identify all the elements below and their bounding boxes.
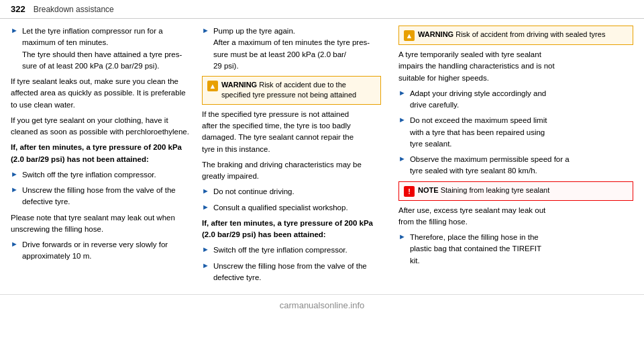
bullet-item-4: ► Drive forwards or in reverse very slow… [11,239,190,263]
warning-text-r1: WARNING Risk of accident from driving wi… [418,30,605,40]
para-m2: The braking and driving characteristics … [202,159,381,183]
bullet-text-2: Switch off the tyre inflation compressor… [22,169,156,181]
warning-icon-m1: ▲ [207,81,218,91]
arrow-icon-3: ► [11,185,18,193]
note-text-r1: NOTE Staining from leaking tyre sealant [418,185,549,195]
bullet-item-3: ► Unscrew the filling hose from the valv… [11,185,190,208]
bullet-item-1: ► Let the tyre inflation compressor run … [11,26,190,72]
bullet-item-m2: ► Do not continue driving. [202,186,381,197]
page-number: 322 [11,4,25,14]
bullet-text-r4: Therefore, place the filling hose in the… [410,232,541,267]
bullet-text-m4: Switch off the tyre inflation compressor… [213,244,347,256]
bullet-item-m1: ► Pump up the tyre again. After a maximu… [202,26,381,72]
bullet-text-4: Drive forwards or in reverse very slowly… [22,239,168,263]
para-r-note-body: After use, excess tyre sealant may leak … [398,205,633,228]
page-title: Breakdown assistance [34,5,114,14]
note-box-r1: ! NOTE Staining from leaking tyre sealan… [398,181,633,201]
bold-heading-left: If, after ten minutes, a tyre pressure o… [11,142,190,165]
arrow-icon-r2: ► [398,116,406,124]
bullet-item-m4: ► Switch off the tyre inflation compress… [202,244,381,256]
bullet-text-m1: Pump up the tyre again. After a maximum … [213,26,370,72]
note-icon-r1: ! [404,186,415,197]
arrow-icon-r3: ► [398,154,406,163]
bullet-item-m5: ► Unscrew the filling hose from the valv… [202,261,381,284]
para-clothing: If you get tyre sealant on your clothing… [11,115,190,138]
bold-heading-middle: If, after ten minutes, a tyre pressure o… [202,218,381,241]
warning-box-m1: ▲ WARNING Risk of accident due to the sp… [202,76,381,105]
arrow-icon-2: ► [11,170,18,178]
col-middle: ► Pump up the tyre again. After a maximu… [202,26,393,287]
arrow-icon-m2: ► [202,187,209,195]
bullet-text-1: Let the tyre inflation compressor run fo… [22,26,182,72]
arrow-icon-1: ► [11,26,18,34]
arrow-icon-r1: ► [398,89,406,97]
warning-text-m1: WARNING Risk of accident due to the spec… [221,80,376,101]
bullet-item-r4: ► Therefore, place the filling hose in t… [398,232,633,267]
col-left: ► Let the tyre inflation compressor run … [11,26,202,287]
arrow-icon-r4: ► [398,232,406,240]
bullet-text-r2: Do not exceed the maximum speed limit wi… [410,115,547,150]
warning-box-r1: ▲ WARNING Risk of accident from driving … [398,26,633,45]
bullet-text-m3: Consult a qualified specialist workshop. [213,202,348,214]
arrow-icon-m1: ► [202,26,209,34]
bullet-text-3: Unscrew the filling hose from the valve … [22,185,190,208]
para-sealant-clean: If tyre sealant leaks out, make sure you… [11,76,190,111]
arrow-icon-m4: ► [202,245,209,253]
bullet-item-r1: ► Adapt your driving style accordingly a… [398,88,633,111]
content-area: ► Let the tyre inflation compressor run … [0,19,644,294]
para-r1: A tyre temporarily sealed with tyre seal… [398,49,633,84]
bullet-item-r3: ► Observe the maximum permissible speed … [398,154,633,177]
watermark: carmanualsonline.info [0,294,644,313]
bullet-item-2: ► Switch off the tyre inflation compress… [11,169,190,181]
arrow-icon-4: ► [11,240,18,248]
arrow-icon-m3: ► [202,203,209,211]
warning-icon-r1: ▲ [404,30,415,41]
bullet-text-m2: Do not continue driving. [213,186,294,197]
arrow-icon-m5: ► [202,261,209,269]
bullet-text-r3: Observe the maximum permissible speed fo… [410,154,570,177]
para-leak-note: Please note that tyre sealant may leak o… [11,212,190,236]
col-right: ▲ WARNING Risk of accident from driving … [393,26,633,287]
bullet-text-r1: Adapt your driving style accordingly and… [410,88,546,111]
page-header: 322 Breakdown assistance [0,0,644,19]
para-m1: If the specified tyre pressure is not at… [202,109,381,155]
bullet-item-m3: ► Consult a qualified specialist worksho… [202,202,381,214]
bullet-text-m5: Unscrew the filling hose from the valve … [213,261,367,284]
bullet-item-r2: ► Do not exceed the maximum speed limit … [398,115,633,150]
